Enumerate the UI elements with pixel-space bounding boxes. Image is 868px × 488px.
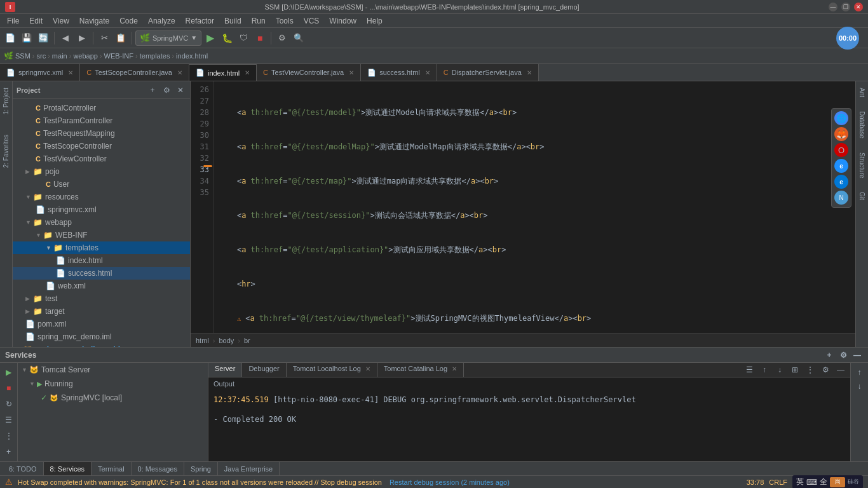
close-dispatcherservlet[interactable]: ✕: [527, 69, 532, 76]
sidebar-add-button[interactable]: +: [147, 85, 158, 96]
copy-button[interactable]: 📋: [113, 30, 128, 46]
forward-button[interactable]: ▶: [74, 30, 90, 46]
menu-run[interactable]: Run: [247, 15, 270, 27]
ed-bc-html[interactable]: html: [196, 337, 209, 344]
right-tab-database[interactable]: Database: [857, 107, 867, 142]
srv-tab-close-button[interactable]: —: [834, 363, 848, 377]
menu-help[interactable]: Help: [362, 15, 387, 27]
srv-more-button[interactable]: ⋮: [2, 429, 16, 443]
bottom-tab-spring[interactable]: Spring: [184, 462, 218, 476]
srv-add-button[interactable]: +: [2, 445, 16, 459]
srv-tab-up-button[interactable]: ↑: [757, 363, 771, 377]
menu-view[interactable]: View: [48, 15, 74, 27]
tree-item-test[interactable]: ▶ 📁 test: [13, 292, 190, 305]
sidebar-settings-button[interactable]: ⚙: [161, 85, 172, 96]
tree-item-springmvciml[interactable]: 📄 spring_mvc_demo.iml: [13, 330, 190, 343]
tree-item-user[interactable]: C User: [13, 178, 190, 191]
sidebar-tab-favorites[interactable]: 2: Favorites: [1, 131, 11, 172]
tree-item-testparamcontroller[interactable]: C TestParamController: [13, 114, 190, 127]
ime-brand-icon[interactable]: 尚: [830, 477, 845, 487]
settings-button[interactable]: ⚙: [275, 30, 290, 46]
srv-tab-down-button[interactable]: ↓: [773, 363, 787, 377]
tab-testviewcontroller[interactable]: C TestViewController.java ✕: [257, 64, 361, 81]
save-button[interactable]: 💾: [19, 30, 34, 46]
run-button[interactable]: ▶: [203, 30, 218, 46]
maximize-button[interactable]: ❐: [841, 3, 850, 11]
srv-filter-button[interactable]: ☰: [2, 413, 16, 427]
services-add-button[interactable]: +: [824, 349, 835, 361]
tree-item-pojo[interactable]: ▶ 📁 pojo: [13, 165, 190, 178]
srv-tab-collapse-button[interactable]: ⊞: [788, 363, 802, 377]
tree-item-testscopecontroller[interactable]: C TestScopeController: [13, 140, 190, 152]
bottom-tab-services[interactable]: 8: Services: [44, 462, 92, 476]
tab-springmvc-xml[interactable]: 📄 springmvc.xml ✕: [0, 64, 80, 81]
breadcrumb-src[interactable]: src: [37, 52, 46, 60]
tab-dispatcherservlet[interactable]: C DispatcherServlet.java ✕: [437, 64, 539, 81]
breadcrumb-ssm[interactable]: SSM: [15, 52, 31, 60]
services-settings-button[interactable]: ⚙: [837, 349, 849, 361]
menu-tools[interactable]: Tools: [271, 15, 298, 27]
tree-item-target[interactable]: ▶ 📁 target: [13, 305, 190, 318]
tab-indexhtml[interactable]: 📄 index.html ✕: [189, 64, 257, 81]
close-testviewcontroller[interactable]: ✕: [349, 69, 354, 76]
chrome-icon[interactable]: 🌐: [834, 111, 848, 125]
ed-bc-body[interactable]: body: [219, 337, 234, 344]
firefox-icon[interactable]: 🦊: [834, 127, 848, 141]
bottom-tab-messages[interactable]: 0: Messages: [132, 462, 184, 476]
tree-item-webxml[interactable]: 📄 web.xml: [13, 280, 190, 292]
bottom-tab-terminal[interactable]: Terminal: [92, 462, 132, 476]
opera-icon[interactable]: O: [834, 143, 848, 157]
tree-item-testrequestmapping[interactable]: C TestRequestMapping: [13, 127, 190, 140]
close-successhtml[interactable]: ✕: [425, 69, 430, 76]
tree-item-springmvcxml[interactable]: 📄 springmvc.xml: [13, 203, 190, 216]
right-tab-ant[interactable]: Ant: [857, 84, 867, 101]
tree-item-webapp[interactable]: ▼ 📁 webapp: [13, 216, 190, 229]
srv-scroll-down[interactable]: ↓: [853, 379, 867, 393]
close-indexhtml[interactable]: ✕: [245, 69, 250, 76]
ime-icon[interactable]: 全: [820, 477, 827, 487]
new-file-button[interactable]: 📄: [3, 30, 18, 46]
menu-build[interactable]: Build: [220, 15, 246, 27]
menu-window[interactable]: Window: [325, 15, 361, 27]
breadcrumb-main[interactable]: main: [52, 52, 67, 60]
code-area[interactable]: <a th:href="@{/test/model}">测试通过Model向请求…: [214, 81, 855, 333]
breadcrumb-webinf[interactable]: WEB-INF: [104, 52, 133, 60]
srv-tree-running[interactable]: ▼ ▶ Running: [18, 377, 208, 391]
breadcrumb-indexhtml[interactable]: index.html: [176, 52, 208, 60]
search-button[interactable]: 🔍: [291, 30, 306, 46]
menu-edit[interactable]: Edit: [25, 15, 47, 27]
tree-item-pomxml[interactable]: 📄 pom.xml: [13, 318, 190, 330]
ed-bc-br[interactable]: br: [244, 337, 250, 344]
back-button[interactable]: ◀: [58, 30, 73, 46]
bottom-tab-javaenterprise[interactable]: Java Enterprise: [218, 462, 280, 476]
bottom-tab-todo[interactable]: 6: TODO: [3, 462, 44, 476]
breadcrumb-webapp[interactable]: webapp: [73, 52, 98, 60]
tree-item-webinf[interactable]: ▼ 📁 WEB-INF: [13, 229, 190, 241]
ie-icon[interactable]: e: [834, 159, 848, 173]
right-tab-git[interactable]: Git: [857, 188, 867, 204]
srv-tab-debugger[interactable]: Debugger: [242, 363, 286, 377]
coverage-button[interactable]: 🛡: [236, 30, 251, 46]
srv-tree-springmvc[interactable]: ✓ 🐱 SpringMVC [local]: [18, 391, 208, 405]
netscape-icon[interactable]: N: [834, 191, 848, 205]
srv-run-button[interactable]: ▶: [2, 365, 16, 379]
tree-item-indexhtml[interactable]: 📄 index.html: [13, 254, 190, 267]
breadcrumb-templates[interactable]: templates: [140, 52, 170, 60]
tab-successhtml[interactable]: 📄 success.html ✕: [361, 64, 437, 81]
tree-item-templates[interactable]: ▼ 📁 templates: [13, 241, 190, 254]
services-collapse-button[interactable]: —: [851, 349, 863, 361]
tree-item-successhtml[interactable]: 📄 success.html: [13, 267, 190, 280]
srv-stop-button[interactable]: ■: [2, 381, 16, 395]
edge-icon[interactable]: e: [834, 175, 848, 189]
srv-tab-more-button[interactable]: ⋮: [803, 363, 817, 377]
input-method-icon[interactable]: 英: [796, 477, 804, 487]
srv-tab-server[interactable]: Server: [208, 363, 242, 377]
tab-testscopecontroller[interactable]: C TestScopeController.java ✕: [80, 64, 189, 81]
srv-tab-tomcatcatalina[interactable]: Tomcat Catalina Log ✕: [377, 363, 464, 377]
tree-item-resources[interactable]: ▼ 📁 resources: [13, 191, 190, 203]
stop-button[interactable]: ■: [252, 30, 268, 46]
menu-analyze[interactable]: Analyze: [144, 15, 180, 27]
srv-scroll-up[interactable]: ↑: [853, 365, 867, 379]
close-tomcatcatalina[interactable]: ✕: [452, 365, 457, 372]
tree-item-protalcontroller[interactable]: C ProtalController: [13, 102, 190, 114]
